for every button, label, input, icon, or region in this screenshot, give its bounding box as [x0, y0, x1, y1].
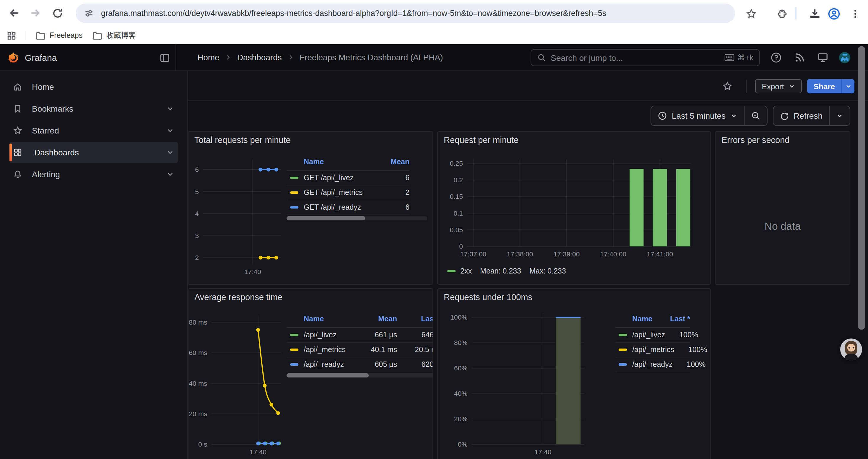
legend-header[interactable]: NameMean — [286, 157, 409, 171]
svg-text:100%: 100% — [450, 314, 467, 321]
grafana-app: Grafana Home Dashboards Freeleaps Metric… — [0, 44, 868, 459]
panel-title[interactable]: Errors per second — [721, 135, 790, 145]
legend-row[interactable]: GET /api/_readyz6 — [286, 200, 409, 215]
panel-errors-per-second[interactable]: Errors per second No data — [715, 131, 850, 285]
chevron-down-icon[interactable] — [166, 148, 174, 157]
breadcrumb-home[interactable]: Home — [197, 53, 219, 62]
series-swatch — [447, 270, 456, 273]
panel-title[interactable]: Average response time — [194, 292, 282, 302]
share-menu-button[interactable] — [841, 79, 855, 93]
legend-row[interactable]: /api/_metrics100% — [615, 342, 690, 357]
sidebar-item-alerting[interactable]: Alerting — [9, 164, 178, 185]
panel-title[interactable]: Requests under 100ms — [444, 292, 532, 302]
legend-scrollbar-thumb[interactable] — [286, 373, 369, 378]
mega-menu-toggle-button[interactable] — [158, 52, 172, 64]
legend-header[interactable]: NameMeanLas — [286, 314, 433, 328]
legend-row[interactable]: /api/_readyz100% — [615, 357, 690, 372]
time-range-group: Last 5 minutes — [651, 106, 768, 126]
svg-text:60 ms: 60 ms — [189, 349, 207, 357]
legend-scrollbar-thumb[interactable] — [286, 216, 366, 220]
panel-legend-table: NameLast */api/_livez100%/api/_metrics10… — [615, 314, 702, 372]
help-icon — [771, 52, 782, 63]
bar-chart[interactable]: 00.050.10.150.20.2517:37:0017:38:0017:39… — [438, 132, 710, 284]
legend-row[interactable]: GET /api/_metrics2 — [286, 186, 409, 200]
legend-row[interactable]: /api/_livez661 µs646 — [286, 328, 433, 342]
user-avatar-button[interactable] — [839, 52, 850, 63]
export-button[interactable]: Export — [755, 79, 802, 93]
browser-toolbar: grafana.mathmast.com/d/deytv4rwavabkb/fr… — [0, 0, 868, 27]
breadcrumb-dashboards[interactable]: Dashboards — [237, 53, 282, 62]
panel-average-response-time[interactable]: Average response time 0 s20 ms40 ms60 ms… — [188, 288, 433, 459]
actions-divider — [747, 80, 747, 93]
monitor-button[interactable] — [817, 52, 829, 63]
profile-button[interactable] — [824, 4, 844, 24]
series-swatch — [619, 334, 627, 336]
legend-row[interactable]: /api/_readyz605 µs620 — [286, 357, 433, 372]
panel-requests-under-100ms[interactable]: Requests under 100ms 0%20%40%60%80%100%1… — [437, 288, 711, 459]
grafana-brand: Grafana — [25, 52, 57, 62]
extensions-button[interactable] — [772, 4, 792, 24]
legend-scrollbar[interactable] — [286, 373, 433, 378]
panel-title[interactable]: Request per minute — [444, 135, 519, 145]
svg-text:0.15: 0.15 — [450, 193, 463, 200]
chevron-down-icon[interactable] — [166, 170, 174, 178]
news-button[interactable] — [794, 52, 805, 63]
legend-header[interactable]: NameLast * — [615, 314, 690, 328]
legend-scrollbar[interactable] — [286, 216, 427, 220]
apps-grid-button[interactable] — [1, 25, 21, 45]
chevron-down-icon[interactable] — [166, 126, 174, 135]
url-bar[interactable]: grafana.mathmast.com/d/deytv4rwavabkb/fr… — [75, 4, 735, 23]
refresh-group: Refresh — [773, 106, 850, 126]
forward-button[interactable] — [25, 3, 45, 23]
site-settings-icon[interactable] — [84, 8, 94, 18]
panel-total-requests-per-minute[interactable]: Total requests per minute 2345617:40 Nam… — [188, 131, 433, 285]
bell-icon — [13, 169, 23, 179]
bookmark-folder-freeleaps[interactable]: Freeleaps — [31, 28, 87, 43]
help-button[interactable] — [771, 52, 782, 63]
bookmark-folder-favorites[interactable]: 收藏博客 — [88, 28, 141, 43]
panel-title[interactable]: Total requests per minute — [194, 135, 291, 145]
chevron-down-icon[interactable] — [166, 104, 174, 113]
folder-icon — [92, 30, 102, 40]
legend-row[interactable]: /api/_metrics40.1 ms20.5 r — [286, 342, 433, 357]
back-button[interactable] — [4, 3, 24, 23]
sidebar-item-home[interactable]: Home — [9, 76, 178, 97]
page-scrollbar-thumb[interactable] — [858, 46, 865, 330]
svg-text:80 ms: 80 ms — [189, 319, 207, 326]
downloads-button[interactable] — [805, 4, 825, 24]
search-input[interactable]: Search or jump to... ⌘+k — [531, 49, 760, 66]
panel-legend-table: NameMeanGET /api/_livez6GET /api/_metric… — [286, 157, 427, 215]
svg-text:17:39:00: 17:39:00 — [553, 250, 580, 258]
chevron-down-icon — [845, 83, 852, 90]
share-button[interactable]: Share — [807, 79, 841, 93]
svg-text:17:41:00: 17:41:00 — [647, 250, 673, 258]
zoom-out-button[interactable] — [744, 106, 767, 125]
rss-icon — [794, 52, 805, 63]
sidebar-item-starred[interactable]: Starred — [9, 120, 178, 141]
sidebar-item-label: Bookmarks — [32, 104, 73, 113]
keyboard-icon — [724, 54, 735, 61]
series-swatch — [290, 363, 299, 366]
refresh-button[interactable]: Refresh — [773, 106, 829, 125]
star-icon — [13, 126, 23, 135]
time-range-picker[interactable]: Last 5 minutes — [651, 106, 744, 125]
sidebar-item-dashboards[interactable]: Dashboards — [9, 142, 178, 163]
dashboard-content: Export Share Last 5 minutes — [188, 71, 868, 459]
dashboards-grid-icon — [13, 148, 23, 157]
reload-button[interactable] — [47, 3, 67, 23]
favorite-dashboard-button[interactable] — [719, 78, 736, 95]
legend-row[interactable]: /api/_livez100% — [615, 328, 690, 342]
svg-text:60%: 60% — [454, 364, 468, 372]
panel-legend-inline[interactable]: 2xx Mean: 0.233 Max: 0.233 — [447, 267, 566, 275]
sidebar-item-bookmarks[interactable]: Bookmarks — [9, 98, 178, 119]
svg-text:40%: 40% — [454, 390, 468, 397]
bookmark-star-button[interactable] — [741, 4, 761, 24]
browser-menu-button[interactable] — [845, 4, 865, 24]
kebab-menu-icon — [850, 8, 860, 19]
panel-request-per-minute[interactable]: Request per minute 00.050.10.150.20.2517… — [437, 131, 711, 285]
sidebar-item-label: Dashboards — [34, 148, 79, 157]
series-swatch — [290, 206, 299, 209]
refresh-interval-button[interactable] — [829, 106, 850, 125]
legend-row[interactable]: GET /api/_livez6 — [286, 171, 409, 186]
floating-assistant-avatar[interactable] — [840, 338, 862, 360]
